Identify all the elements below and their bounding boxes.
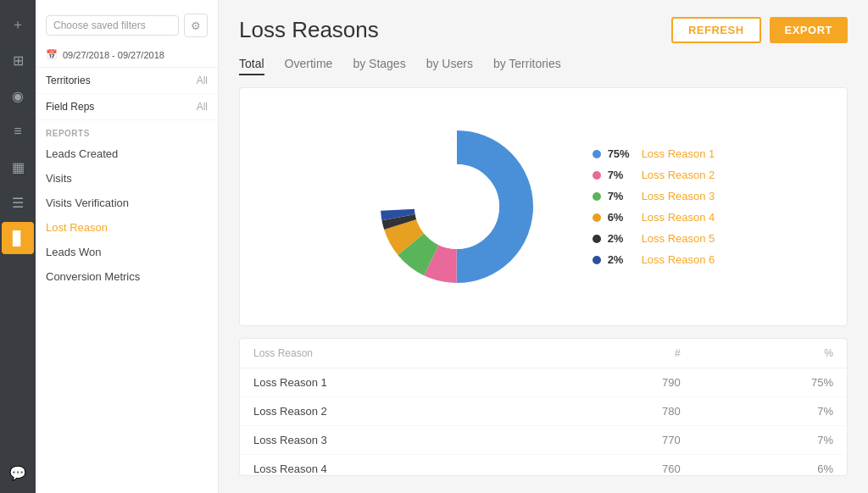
legend-item-6: 2% Loss Reason 6 bbox=[593, 253, 715, 266]
legend-dot-2 bbox=[593, 171, 601, 180]
refresh-button[interactable]: REFRESH bbox=[671, 17, 761, 43]
legend-pct-2: 7% bbox=[608, 169, 635, 181]
cell-reason-0: Loss Reason 1 bbox=[240, 368, 553, 397]
legend-item-3: 7% Loss Reason 3 bbox=[593, 190, 715, 202]
export-button[interactable]: EXPORT bbox=[770, 17, 848, 43]
cell-reason-2: Loss Reason 3 bbox=[240, 426, 553, 455]
table-header-row: Loss Reason # % bbox=[240, 339, 847, 368]
col-header-count: # bbox=[553, 339, 694, 368]
sidebar-item-visits[interactable]: Visits bbox=[36, 166, 218, 191]
tab-by-users[interactable]: by Users bbox=[426, 57, 473, 75]
chart-legend: 75% Loss Reason 1 7% Loss Reason 2 7% Lo… bbox=[593, 147, 715, 266]
cell-count-3: 760 bbox=[553, 455, 694, 477]
donut-chart bbox=[372, 122, 542, 291]
sidebar-item-leads-created[interactable]: Leads Created bbox=[36, 141, 218, 166]
legend-item-4: 6% Loss Reason 4 bbox=[593, 211, 715, 224]
territories-value: All bbox=[197, 75, 208, 86]
grid-icon[interactable]: ⊞ bbox=[2, 44, 34, 76]
sidebar: Choose saved filters ⚙ 📅 09/27/2018 - 09… bbox=[36, 0, 219, 493]
icon-rail: ＋ ⊞ ◉ ≡ ▦ ☰ ▊ 💬 bbox=[0, 0, 36, 493]
legend-label-4[interactable]: Loss Reason 4 bbox=[642, 211, 715, 224]
gear-button[interactable]: ⚙ bbox=[184, 14, 208, 37]
cell-reason-3: Loss Reason 4 bbox=[240, 455, 553, 477]
tab-by-stages[interactable]: by Stages bbox=[353, 57, 405, 75]
legend-pct-1: 75% bbox=[608, 147, 635, 160]
table-row: Loss Reason 4 760 6% bbox=[240, 455, 847, 477]
donut-svg bbox=[372, 122, 542, 291]
tab-by-territories[interactable]: by Territories bbox=[493, 57, 561, 75]
tab-overtime[interactable]: Overtime bbox=[285, 57, 333, 75]
chart-icon[interactable]: ▊ bbox=[2, 222, 34, 254]
legend-dot-1 bbox=[593, 150, 601, 158]
field-reps-label: Field Reps bbox=[46, 101, 94, 113]
saved-filters-select[interactable]: Choose saved filters bbox=[46, 15, 179, 36]
table-row: Loss Reason 3 770 7% bbox=[240, 426, 847, 455]
legend-dot-3 bbox=[593, 192, 601, 201]
legend-item-2: 7% Loss Reason 2 bbox=[593, 169, 715, 181]
territories-field: Territories All bbox=[36, 68, 218, 94]
legend-item-5: 2% Loss Reason 5 bbox=[593, 232, 715, 245]
location-icon[interactable]: ◉ bbox=[2, 80, 34, 112]
tabs: Total Overtime by Stages by Users by Ter… bbox=[239, 57, 848, 75]
cell-count-0: 790 bbox=[553, 368, 694, 397]
header-actions: REFRESH EXPORT bbox=[671, 17, 848, 43]
legend-label-2[interactable]: Loss Reason 2 bbox=[642, 169, 715, 181]
sidebar-item-conversion-metrics[interactable]: Conversion Metrics bbox=[36, 264, 218, 289]
legend-label-6[interactable]: Loss Reason 6 bbox=[642, 253, 715, 266]
legend-label-3[interactable]: Loss Reason 3 bbox=[642, 190, 715, 202]
cell-reason-1: Loss Reason 2 bbox=[240, 397, 553, 426]
legend-dot-6 bbox=[593, 256, 601, 264]
sidebar-item-leads-won[interactable]: Leads Won bbox=[36, 240, 218, 264]
cell-pct-2: 7% bbox=[694, 426, 847, 455]
cell-count-1: 780 bbox=[553, 397, 694, 426]
legend-label-1[interactable]: Loss Reason 1 bbox=[642, 147, 715, 160]
chart-card: 75% Loss Reason 1 7% Loss Reason 2 7% Lo… bbox=[239, 87, 848, 326]
field-reps-value: All bbox=[197, 101, 208, 113]
filter-icon[interactable]: ≡ bbox=[2, 115, 34, 147]
cell-pct-0: 75% bbox=[694, 368, 847, 397]
table-card: Loss Reason # % Loss Reason 1 790 75% Lo… bbox=[239, 338, 848, 476]
donut-hole bbox=[415, 164, 499, 249]
document-icon[interactable]: ☰ bbox=[2, 186, 34, 219]
date-range-text: 09/27/2018 - 09/27/2018 bbox=[63, 50, 164, 60]
legend-label-5[interactable]: Loss Reason 5 bbox=[642, 232, 715, 245]
page-title: Loss Reasons bbox=[239, 17, 379, 43]
legend-pct-6: 2% bbox=[608, 253, 635, 266]
chart-area: 75% Loss Reason 1 7% Loss Reason 2 7% Lo… bbox=[257, 105, 830, 308]
col-header-pct: % bbox=[694, 339, 847, 368]
data-table: Loss Reason # % Loss Reason 1 790 75% Lo… bbox=[240, 339, 847, 476]
territories-label: Territories bbox=[46, 75, 91, 86]
filter-row: Choose saved filters ⚙ bbox=[36, 8, 218, 42]
field-reps-field: Field Reps All bbox=[36, 94, 218, 120]
calendar-icon[interactable]: ▦ bbox=[2, 151, 34, 183]
legend-pct-5: 2% bbox=[608, 232, 635, 245]
date-range: 📅 09/27/2018 - 09/27/2018 bbox=[36, 42, 218, 68]
sidebar-item-lost-reason[interactable]: Lost Reason bbox=[36, 215, 218, 240]
legend-item-1: 75% Loss Reason 1 bbox=[593, 147, 715, 160]
table-row: Loss Reason 1 790 75% bbox=[240, 368, 847, 397]
plus-icon[interactable]: ＋ bbox=[2, 8, 34, 41]
legend-pct-3: 7% bbox=[608, 190, 635, 202]
calendar-small-icon: 📅 bbox=[46, 49, 58, 60]
cell-count-2: 770 bbox=[553, 426, 694, 455]
main-header: Loss Reasons REFRESH EXPORT bbox=[239, 17, 848, 43]
table-row: Loss Reason 2 780 7% bbox=[240, 397, 847, 426]
tab-total[interactable]: Total bbox=[239, 57, 264, 75]
legend-dot-5 bbox=[593, 235, 601, 243]
cell-pct-1: 7% bbox=[694, 397, 847, 426]
main-content: Loss Reasons REFRESH EXPORT Total Overti… bbox=[219, 0, 868, 493]
legend-dot-4 bbox=[593, 213, 601, 222]
reports-section-label: REPORTS bbox=[36, 120, 218, 141]
col-header-reason: Loss Reason bbox=[240, 339, 553, 368]
cell-pct-3: 6% bbox=[694, 455, 847, 477]
sidebar-item-visits-verification[interactable]: Visits Verification bbox=[36, 191, 218, 215]
legend-pct-4: 6% bbox=[608, 211, 635, 224]
chat-icon[interactable]: 💬 bbox=[2, 461, 34, 493]
